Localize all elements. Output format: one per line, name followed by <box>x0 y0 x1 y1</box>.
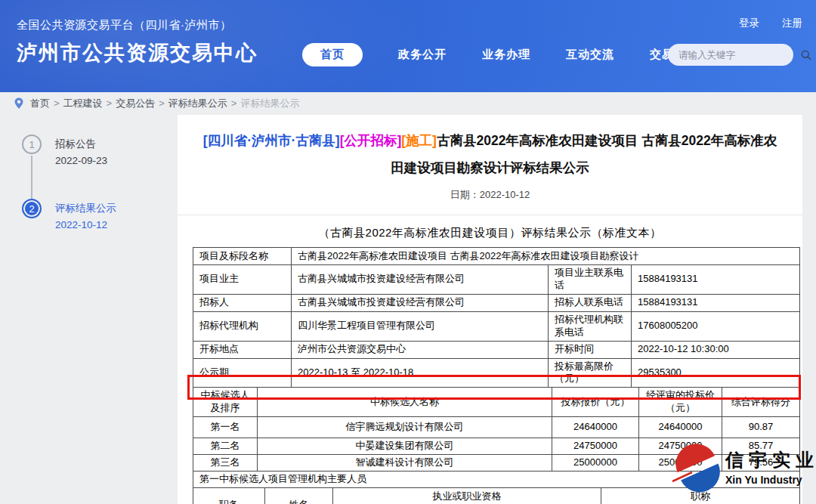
breadcrumb-current: 评标结果公示 <box>240 97 299 110</box>
site-title: 泸州市公共资源交易中心 <box>17 39 258 66</box>
info-value: 古蔺县兴城城市投资建设经营有限公司 <box>292 265 549 295</box>
candidate-rank: 第一名 <box>193 417 258 438</box>
platform-title: 全国公共资源交易平台（四川省·泸州市） <box>17 18 232 32</box>
col-header-reviewed-price: 经评审的投标价（元） <box>639 388 722 417</box>
title-region-tag: [四川省·泸州市·古蔺县] <box>203 133 340 148</box>
project-info-table: 项目及标段名称 古蔺县2022年高标准农田建设项目 古蔺县2022年高标准农田建… <box>193 247 800 388</box>
info-value: 2022-10-13 至 2022-10-18 <box>292 358 549 388</box>
nav-item-services[interactable]: 业务办理 <box>482 48 530 62</box>
watermark-text: 信宇实业 Xin Yu Industry <box>725 448 816 486</box>
watermark-logo: 信宇实业 Xin Yu Industry <box>671 441 816 493</box>
title-type-tag: [施工] <box>401 133 437 148</box>
table-row: 招标人 古蔺县兴城城市投资建设经营有限公司 招标人联系电话 1588419313… <box>193 294 800 311</box>
info-value: 古蔺县2022年高标准农田建设项目 古蔺县2022年高标准农田建设项目勘察设计 <box>292 248 800 265</box>
info-label: 项目业主 <box>193 265 292 295</box>
nav-item-interaction[interactable]: 互动交流 <box>566 48 614 62</box>
candidate-score: 90.87 <box>722 417 800 438</box>
col-header-name: 中标候选人名称 <box>258 388 552 417</box>
info-label: 投标最高限价（元） <box>549 358 632 388</box>
col-header-name: 姓名 <box>265 488 333 504</box>
info-value: 15884193131 <box>632 265 800 295</box>
candidate-row-first: 第一名 信宇腾远规划设计有限公司 24640000 24640000 90.87 <box>193 417 800 438</box>
info-label: 招标人联系电话 <box>549 294 632 311</box>
article-date-value: 2022-10-12 <box>480 189 530 200</box>
timeline-step-2-date: 2022-10-12 <box>55 217 116 233</box>
col-header-post: 职务 <box>193 488 265 504</box>
article-title: [四川省·泸州市·古蔺县][公开招标][施工]古蔺县2022年高标准农田建设项目… <box>197 127 783 181</box>
nav-item-home[interactable]: 首页 <box>302 43 363 66</box>
watermark-cn: 信宇实业 <box>725 448 816 472</box>
info-label: 招标人 <box>193 294 292 311</box>
col-header-qualification-group: 执业或职业资格 <box>333 488 601 504</box>
table-row: 项目及标段名称 古蔺县2022年高标准农田建设项目 古蔺县2022年高标准农田建… <box>193 248 800 265</box>
candidate-rank: 第二名 <box>193 438 258 455</box>
info-value: 17608005200 <box>632 311 800 341</box>
candidate-name: 信宇腾远规划设计有限公司 <box>258 417 552 438</box>
timeline-step-2-label: 评标结果公示 <box>55 200 116 217</box>
breadcrumb-announcements[interactable]: 交易公告 <box>116 97 168 110</box>
timeline-step-2-circle: 2 <box>22 199 42 218</box>
info-value: 古蔺县兴城城市投资建设经营有限公司 <box>292 294 549 311</box>
watermark-en: Xin Yu Industry <box>725 474 816 486</box>
login-link[interactable]: 登录 <box>739 17 759 30</box>
candidate-price: 24640000 <box>552 417 639 438</box>
timeline-step-eval-result[interactable]: 2 评标结果公示 2022-10-12 <box>22 199 116 233</box>
info-value: 泸州市公共资源交易中心 <box>292 341 549 358</box>
candidate-name: 智诚建科设计有限公司 <box>258 455 552 472</box>
candidate-reviewed-price: 24640000 <box>639 417 722 438</box>
divider <box>178 215 802 215</box>
main-nav: 首页 政务公开 业务办理 互动交流 交易大数据 <box>302 43 710 66</box>
table-row: 招标代理机构 四川华景工程项目管理有限公司 招标代理机构联系电话 1760800… <box>193 311 800 341</box>
timeline-step-1-label: 招标公告 <box>55 136 107 153</box>
candidate-name: 中晏建设集团有限公司 <box>258 438 552 455</box>
xinyu-logo-icon <box>671 441 724 493</box>
site-header: 全国公共资源交易平台（四川省·泸州市） 泸州市公共资源交易中心 登录 注册 首页… <box>0 0 816 92</box>
info-label: 开标地点 <box>193 341 292 358</box>
nav-item-gov-info[interactable]: 政务公开 <box>398 48 447 62</box>
location-pin-icon <box>14 97 24 110</box>
table-row: 公示期 2022-10-13 至 2022-10-18 投标最高限价（元） 29… <box>193 358 800 388</box>
candidate-price: 24750000 <box>552 438 639 455</box>
table-row: 项目业主 古蔺县兴城城市投资建设经营有限公司 项目业主联系电话 15884193… <box>193 265 800 295</box>
breadcrumb-eval-results[interactable]: 评标结果公示 <box>168 97 241 110</box>
timeline-step-announcement[interactable]: 1 招标公告 2022-09-23 <box>22 135 107 169</box>
candidate-price: 25000000 <box>552 455 639 472</box>
title-main-text: 古蔺县2022年高标准农田建设项目 古蔺县2022年高标准农田建设项目勘察设计评… <box>391 133 777 175</box>
timeline-step-1-circle: 1 <box>22 135 42 154</box>
table-row: 开标地点 泸州市公共资源交易中心 开标时间 2022-10-12 10:30:0… <box>193 341 800 358</box>
info-label: 招标代理机构 <box>193 311 292 341</box>
info-label: 公示期 <box>193 358 292 388</box>
title-method-tag: [公开招标] <box>340 133 402 148</box>
info-label: 项目业主联系电话 <box>549 265 632 295</box>
auth-links: 登录 注册 <box>739 17 802 30</box>
col-header-score: 综合评标得分 <box>722 388 800 417</box>
search-input[interactable] <box>678 50 800 60</box>
col-header-price: 投标报价（元） <box>552 388 639 417</box>
search-box[interactable] <box>668 44 793 66</box>
result-table-caption: （古蔺县2022年高标准农田建设项目）评标结果公示（标准文本） <box>178 226 802 240</box>
candidates-header-row: 中标候选人及排序 中标候选人名称 投标报价（元） 经评审的投标价（元） 综合评标… <box>193 388 800 417</box>
breadcrumb-engineering[interactable]: 工程建设 <box>63 97 116 110</box>
info-label: 招标代理机构联系电话 <box>549 311 632 341</box>
breadcrumb-home[interactable]: 首页 <box>30 97 63 110</box>
candidate-rank: 第三名 <box>193 455 258 472</box>
col-header-rank: 中标候选人及排序 <box>193 388 258 417</box>
info-value: 29535300 <box>632 358 800 388</box>
info-value: 四川华景工程项目管理有限公司 <box>292 311 549 341</box>
article-date: 日期：2022-10-12 <box>178 188 802 202</box>
info-value: 15884193131 <box>632 294 800 311</box>
breadcrumb: 首页 工程建设 交易公告 评标结果公示 评标结果公示 <box>0 92 816 115</box>
info-value: 2022-10-12 10:30:00 <box>632 341 800 358</box>
info-label: 开标时间 <box>549 341 632 358</box>
info-label: 项目及标段名称 <box>193 248 292 265</box>
register-link[interactable]: 注册 <box>782 17 802 30</box>
timeline-step-1-date: 2022-09-23 <box>55 153 107 169</box>
search-icon[interactable] <box>800 49 812 61</box>
